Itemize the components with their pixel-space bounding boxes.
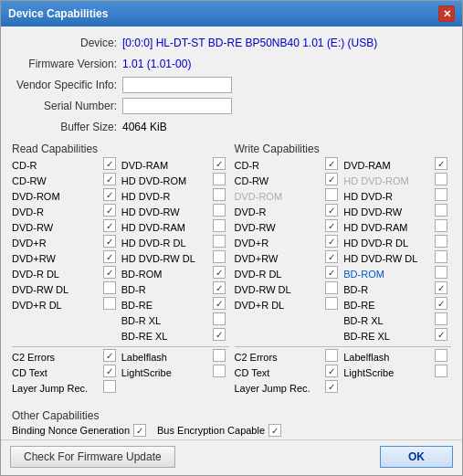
- close-button[interactable]: ✕: [438, 5, 455, 22]
- empty-cell: [121, 380, 211, 396]
- cap-label: BD-RE XL: [343, 328, 433, 344]
- cap-label: BD-ROM: [121, 266, 211, 281]
- other-capabilities-section: Other Capabilities Binding Nonce Generat…: [12, 409, 451, 437]
- capability-checkbox: [103, 204, 116, 217]
- extra-cap-label: CD Text: [12, 365, 101, 380]
- title-bar: Device Capabilities ✕: [1, 1, 462, 26]
- capability-checkbox: [435, 328, 447, 341]
- read-cap-label: CD-RW: [12, 173, 101, 188]
- capability-checkbox: [103, 173, 116, 185]
- capability-checkbox: [213, 266, 226, 279]
- extra-cap-label: Labelflash: [343, 349, 433, 365]
- capability-checkbox: [325, 266, 338, 279]
- capability-checkbox: [435, 188, 447, 201]
- capability-checkbox: [103, 266, 116, 279]
- capability-checkbox: [325, 365, 338, 377]
- firmware-label: Firmware Version:: [12, 58, 117, 70]
- capability-checkbox: [435, 312, 447, 325]
- cap-label: BD-RE: [343, 297, 433, 312]
- buffer-label: Buffer Size:: [12, 121, 117, 133]
- read-cap-grid: CD-RDVD-RAMCD-RWHD DVD-ROMDVD-ROMHD DVD-…: [12, 157, 229, 344]
- capability-checkbox: [325, 281, 338, 294]
- capability-checkbox: [103, 188, 116, 201]
- other-cap-label: Bus Encryption Capable: [157, 425, 265, 436]
- capability-checkbox: [325, 235, 338, 248]
- capability-checkbox: [213, 349, 226, 362]
- capability-checkbox: [213, 219, 226, 232]
- other-caps-title: Other Capabilities: [12, 409, 451, 422]
- cap-label: HD DVD-RW DL: [121, 250, 211, 266]
- ok-button[interactable]: OK: [380, 446, 453, 468]
- window-title: Device Capabilities: [8, 7, 108, 20]
- firmware-row: Firmware Version: 1.01 (1.01-00): [12, 55, 451, 73]
- capability-checkbox: [435, 297, 447, 310]
- capability-checkbox: [103, 250, 116, 263]
- capability-checkbox: [325, 380, 338, 393]
- capability-checkbox: [325, 349, 338, 362]
- device-value: [0:0:0] HL-DT-ST BD-RE BP50NB40 1.01 (E:…: [122, 37, 377, 49]
- write-caps-title: Write Capabilities: [235, 143, 452, 155]
- capability-checkbox: [103, 219, 116, 232]
- capability-checkbox: [435, 173, 447, 185]
- empty-cell: [235, 328, 324, 344]
- capability-checkbox: [103, 281, 116, 294]
- firmware-update-button[interactable]: Check For Firmware Update: [10, 446, 175, 468]
- extra-cap-label: CD Text: [235, 365, 324, 380]
- read-cap-label: DVD-RW DL: [12, 281, 101, 297]
- capability-checkbox: [213, 157, 226, 170]
- other-cap-label: Binding Nonce Generation: [12, 425, 130, 436]
- device-row: Device: [0:0:0] HL-DT-ST BD-RE BP50NB40 …: [12, 34, 451, 52]
- capability-checkbox: [435, 219, 447, 232]
- read-cap-label: DVD+RW: [235, 250, 324, 266]
- write-capabilities-column: Write Capabilities CD-RDVD-RAMCD-RWHD DV…: [235, 143, 452, 396]
- cap-label: BD-RE XL: [121, 328, 211, 344]
- other-cap-item: Bus Encryption Capable: [157, 424, 285, 437]
- capability-checkbox: [325, 297, 338, 310]
- cap-label: BD-ROM: [343, 266, 433, 281]
- extra-cap-label: C2 Errors: [12, 349, 101, 365]
- read-capabilities-column: Read Capabilities CD-RDVD-RAMCD-RWHD DVD…: [12, 143, 229, 396]
- cap-label: HD DVD-RW: [121, 204, 211, 219]
- cap-label: HD DVD-ROM: [343, 173, 433, 188]
- capability-checkbox: [133, 424, 146, 437]
- cap-label: BD-R XL: [343, 312, 433, 328]
- cap-label: BD-R XL: [121, 312, 211, 328]
- capability-checkbox: [103, 349, 116, 362]
- vendor-label: Vendor Specific Info:: [12, 79, 117, 91]
- cap-label: DVD-RAM: [343, 157, 433, 173]
- cap-label: HD DVD-R DL: [343, 235, 433, 250]
- capability-checkbox: [325, 157, 338, 170]
- capability-checkbox: [213, 312, 226, 325]
- capabilities-section: Read Capabilities CD-RDVD-RAMCD-RWHD DVD…: [12, 143, 451, 396]
- cap-label: HD DVD-RW: [343, 204, 433, 219]
- firmware-value: 1.01 (1.01-00): [122, 58, 191, 70]
- capability-checkbox: [435, 281, 447, 294]
- bottom-bar: Check For Firmware Update OK: [1, 439, 462, 475]
- cap-label: HD DVD-RW DL: [343, 250, 433, 266]
- buffer-row: Buffer Size: 4064 KiB: [12, 118, 451, 136]
- vendor-row: Vendor Specific Info:: [12, 76, 451, 94]
- read-caps-title: Read Capabilities: [12, 143, 229, 155]
- empty-cell: [12, 328, 101, 344]
- capability-checkbox: [268, 424, 281, 437]
- vendor-input[interactable]: [122, 77, 232, 93]
- empty-cell: [325, 312, 342, 328]
- cap-label: HD DVD-RAM: [343, 219, 433, 235]
- capability-checkbox: [213, 297, 226, 310]
- write-divider: [235, 346, 452, 347]
- capability-checkbox: [435, 365, 447, 377]
- capability-checkbox: [213, 235, 226, 248]
- serial-input[interactable]: [122, 98, 232, 114]
- content-area: Device: [0:0:0] HL-DT-ST BD-RE BP50NB40 …: [1, 26, 462, 439]
- capability-checkbox: [435, 204, 447, 217]
- read-cap-label: DVD-ROM: [235, 188, 324, 204]
- cap-label: BD-RE: [121, 297, 211, 312]
- capability-checkbox: [325, 173, 338, 185]
- capability-checkbox: [213, 281, 226, 294]
- read-cap-label: DVD-RW DL: [235, 281, 324, 297]
- buffer-value: 4064 KiB: [122, 121, 167, 133]
- capability-checkbox: [213, 173, 226, 185]
- empty-cell: [12, 312, 101, 328]
- other-caps-row: Binding Nonce GenerationBus Encryption C…: [12, 424, 451, 437]
- empty-cell: [343, 380, 433, 396]
